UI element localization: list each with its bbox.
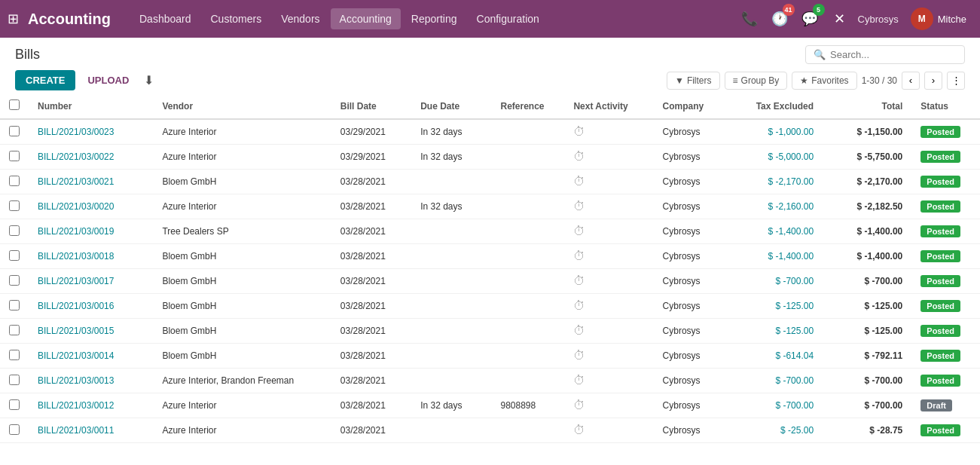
group-by-button[interactable]: ≡ Group By (725, 72, 788, 90)
table-row[interactable]: BILL/2021/03/0023 Azure Interior 03/29/2… (0, 119, 980, 145)
download-button[interactable]: ⬇ (141, 70, 157, 90)
header-total[interactable]: Total (823, 93, 911, 119)
header-company[interactable]: Company (654, 93, 725, 119)
row-total: $ -1,150.00 (823, 119, 911, 145)
header-bill-date[interactable]: Bill Date (331, 93, 411, 119)
row-number[interactable]: BILL/2021/03/0017 (29, 269, 153, 294)
search-input[interactable] (830, 49, 957, 60)
row-number[interactable]: BILL/2021/03/0019 (29, 219, 153, 244)
pagination-prev-button[interactable]: ‹ (902, 72, 920, 90)
nav-accounting[interactable]: Accounting (331, 8, 401, 29)
row-total: $ -5,750.00 (823, 145, 911, 170)
list-settings-button[interactable]: ⋮ (947, 72, 965, 90)
table-row[interactable]: BILL/2021/03/0014 Bloem GmbH 03/28/2021 … (0, 344, 980, 369)
nav-dashboard[interactable]: Dashboard (130, 8, 200, 29)
row-number[interactable]: BILL/2021/03/0021 (29, 170, 153, 194)
row-checkbox-cell (0, 194, 29, 219)
brand-logo[interactable]: Accounting (28, 11, 111, 28)
status-badge: Posted (920, 300, 960, 312)
activity-clock-icon: ⏱ (573, 225, 585, 237)
row-activity: ⏱ (564, 269, 653, 294)
row-number[interactable]: BILL/2021/03/0016 (29, 294, 153, 319)
chat-icon-btn[interactable]: 💬 5 (798, 7, 822, 31)
row-due-date: In 32 days (411, 119, 491, 145)
row-tax-excluded: $ -125.00 (725, 294, 823, 319)
upload-button[interactable]: UPLOAD (81, 70, 135, 90)
favorites-button[interactable]: ★ Favorites (792, 72, 856, 90)
header-status[interactable]: Status (911, 93, 980, 119)
row-number[interactable]: BILL/2021/03/0013 (29, 369, 153, 393)
row-checkbox[interactable] (9, 325, 20, 335)
table-row[interactable]: BILL/2021/03/0022 Azure Interior 03/29/2… (0, 145, 980, 170)
row-total: $ -2,182.50 (823, 194, 911, 219)
select-all-checkbox[interactable] (9, 99, 20, 110)
status-badge: Posted (920, 250, 960, 262)
table-row[interactable]: BILL/2021/03/0018 Bloem GmbH 03/28/2021 … (0, 244, 980, 269)
row-number[interactable]: BILL/2021/03/0018 (29, 244, 153, 269)
row-checkbox-cell (0, 170, 29, 194)
filters-button[interactable]: ▼ Filters (667, 72, 720, 90)
row-status: Posted (911, 119, 980, 145)
row-reference (492, 269, 565, 294)
row-activity: ⏱ (564, 170, 653, 194)
row-vendor: Azure Interior (153, 145, 331, 170)
row-activity: ⏱ (564, 194, 653, 219)
clock-icon-btn[interactable]: 🕐 41 (768, 7, 792, 31)
table-row[interactable]: BILL/2021/03/0019 Tree Dealers SP 03/28/… (0, 219, 980, 244)
row-checkbox[interactable] (9, 151, 20, 161)
pagination-next-button[interactable]: › (924, 72, 942, 90)
row-company: Cybrosys (654, 418, 725, 443)
row-company: Cybrosys (654, 294, 725, 319)
header-vendor[interactable]: Vendor (153, 93, 331, 119)
table-row[interactable]: BILL/2021/03/0015 Bloem GmbH 03/28/2021 … (0, 319, 980, 344)
table-row[interactable]: BILL/2021/03/0021 Bloem GmbH 03/28/2021 … (0, 170, 980, 194)
table-row[interactable]: BILL/2021/03/0020 Azure Interior 03/28/2… (0, 194, 980, 219)
row-number[interactable]: BILL/2021/03/0023 (29, 119, 153, 145)
row-checkbox[interactable] (9, 200, 20, 211)
activity-clock-icon: ⏱ (573, 150, 585, 163)
row-number[interactable]: BILL/2021/03/0020 (29, 194, 153, 219)
row-checkbox[interactable] (9, 350, 20, 360)
nav-menu: Dashboard Customers Vendors Accounting R… (130, 8, 733, 29)
header-reference[interactable]: Reference (492, 93, 565, 119)
row-vendor: Tree Dealers SP (153, 219, 331, 244)
row-checkbox[interactable] (9, 275, 20, 286)
nav-customers[interactable]: Customers (202, 8, 271, 29)
row-number[interactable]: BILL/2021/03/0015 (29, 319, 153, 344)
row-checkbox[interactable] (9, 300, 20, 311)
activity-clock-icon: ⏱ (573, 424, 585, 436)
nav-configuration[interactable]: Configuration (468, 8, 548, 29)
table-row[interactable]: BILL/2021/03/0011 Azure Interior 03/28/2… (0, 418, 980, 443)
nav-vendors[interactable]: Vendors (272, 8, 328, 29)
row-checkbox[interactable] (9, 126, 20, 136)
nav-reporting[interactable]: Reporting (402, 8, 466, 29)
row-checkbox[interactable] (9, 176, 20, 186)
row-number[interactable]: BILL/2021/03/0022 (29, 145, 153, 170)
row-checkbox[interactable] (9, 424, 20, 435)
table-row[interactable]: BILL/2021/03/0013 Azure Interior, Brando… (0, 369, 980, 393)
header-due-date[interactable]: Due Date (411, 93, 491, 119)
row-tax-excluded: $ -1,000.00 (725, 119, 823, 145)
phone-icon-btn[interactable]: 📞 (737, 7, 762, 31)
close-icon-btn[interactable]: ✕ (828, 7, 852, 31)
row-checkbox[interactable] (9, 375, 20, 385)
user-menu[interactable]: M Mitche (905, 5, 972, 33)
status-badge: Posted (920, 200, 960, 213)
table-row[interactable]: BILL/2021/03/0012 Azure Interior 03/28/2… (0, 393, 980, 418)
row-tax-excluded: $ -125.00 (725, 319, 823, 344)
search-icon: 🔍 (814, 49, 826, 60)
row-number[interactable]: BILL/2021/03/0014 (29, 344, 153, 369)
create-button[interactable]: CREATE (15, 70, 75, 90)
header-next-activity[interactable]: Next Activity (564, 93, 653, 119)
row-number[interactable]: BILL/2021/03/0011 (29, 418, 153, 443)
table-row[interactable]: BILL/2021/03/0017 Bloem GmbH 03/28/2021 … (0, 269, 980, 294)
row-checkbox[interactable] (9, 225, 20, 236)
header-tax-excluded[interactable]: Tax Excluded (725, 93, 823, 119)
table-row[interactable]: BILL/2021/03/0016 Bloem GmbH 03/28/2021 … (0, 294, 980, 319)
row-checkbox[interactable] (9, 399, 20, 410)
grid-icon[interactable]: ⊞ (8, 11, 19, 27)
row-number[interactable]: BILL/2021/03/0012 (29, 393, 153, 418)
header-number[interactable]: Number (29, 93, 153, 119)
row-checkbox[interactable] (9, 250, 20, 261)
status-badge: Draft (920, 399, 952, 411)
